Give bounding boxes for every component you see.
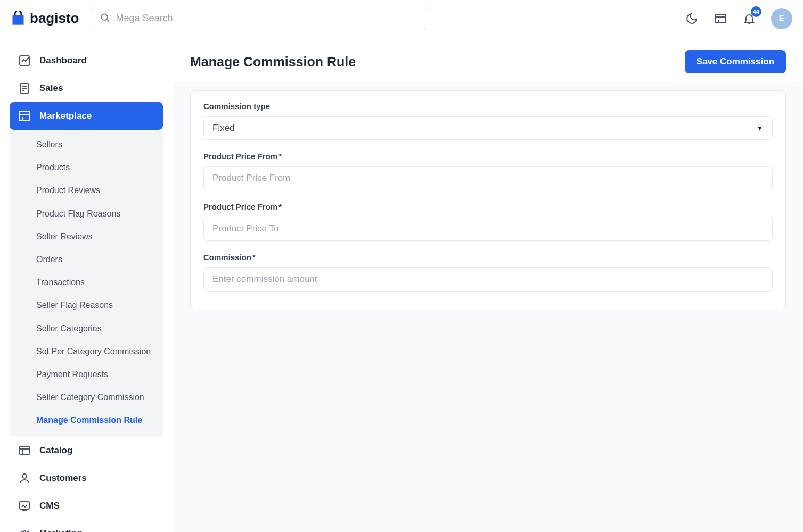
sidebar-sub-seller-flag[interactable]: Seller Flag Reasons bbox=[10, 294, 163, 317]
sidebar-item-cms[interactable]: CMS bbox=[10, 492, 163, 520]
marketplace-icon bbox=[18, 110, 31, 122]
bell-icon[interactable]: 44 bbox=[742, 12, 756, 26]
dark-mode-icon[interactable] bbox=[685, 12, 699, 26]
dashboard-icon bbox=[18, 54, 31, 67]
brand-logo[interactable]: bagisto bbox=[11, 10, 79, 27]
sidebar-item-label: Dashboard bbox=[39, 55, 87, 66]
avatar-initial: E bbox=[779, 14, 785, 23]
commission-type-select[interactable]: Fixed bbox=[203, 116, 773, 140]
catalog-icon bbox=[18, 444, 31, 457]
sidebar-item-label: Marketing bbox=[39, 528, 82, 532]
sidebar-sub-seller-reviews[interactable]: Seller Reviews bbox=[10, 225, 163, 248]
svg-point-17 bbox=[22, 474, 27, 478]
price-from-label: Product Price From* bbox=[203, 152, 773, 161]
svg-line-2 bbox=[107, 19, 109, 21]
sidebar-sub-seller-category-commission[interactable]: Seller Category Commission bbox=[10, 386, 163, 409]
cms-icon bbox=[18, 500, 31, 512]
customers-icon bbox=[18, 472, 31, 485]
field-price-to: Product Price From* bbox=[203, 202, 773, 241]
svg-rect-0 bbox=[13, 15, 24, 25]
price-to-input[interactable] bbox=[203, 217, 773, 241]
sidebar-sub-product-reviews[interactable]: Product Reviews bbox=[10, 179, 163, 202]
avatar[interactable]: E bbox=[771, 8, 792, 29]
sidebar-item-marketing[interactable]: Marketing bbox=[10, 520, 163, 532]
header-actions: 44 E bbox=[685, 8, 792, 29]
sidebar-item-dashboard[interactable]: Dashboard bbox=[10, 47, 163, 74]
field-price-from: Product Price From* bbox=[203, 152, 773, 190]
search-icon bbox=[100, 12, 110, 25]
form-card: Commission type Fixed Product Price From… bbox=[190, 90, 786, 309]
commission-label: Commission* bbox=[203, 253, 773, 262]
save-commission-button[interactable]: Save Commission bbox=[685, 50, 786, 73]
sidebar-item-label: Catalog bbox=[39, 445, 72, 456]
svg-rect-14 bbox=[20, 446, 29, 455]
bag-icon bbox=[11, 11, 26, 26]
sidebar-item-marketplace[interactable]: Marketplace bbox=[10, 102, 163, 130]
marketplace-submenu: Sellers Products Product Reviews Product… bbox=[10, 130, 163, 437]
svg-rect-18 bbox=[20, 502, 29, 509]
price-from-input[interactable] bbox=[203, 166, 773, 190]
header: bagisto bbox=[0, 0, 803, 37]
svg-rect-4 bbox=[716, 17, 725, 23]
svg-point-1 bbox=[102, 14, 108, 20]
sidebar-item-catalog[interactable]: Catalog bbox=[10, 437, 163, 464]
commission-input[interactable] bbox=[203, 267, 773, 292]
search-container bbox=[92, 7, 427, 30]
sidebar-item-label: Sales bbox=[39, 83, 63, 94]
sidebar-sub-payment-requests[interactable]: Payment Requests bbox=[10, 363, 163, 386]
sidebar-sub-product-flag[interactable]: Product Flag Reasons bbox=[10, 202, 163, 225]
search-box[interactable] bbox=[92, 7, 427, 30]
sidebar-sub-transactions[interactable]: Transactions bbox=[10, 271, 163, 294]
commission-type-label: Commission type bbox=[203, 102, 773, 111]
sidebar-item-label: Marketplace bbox=[39, 111, 92, 121]
main-content: Manage Commission Rule Save Commission C… bbox=[173, 37, 803, 532]
svg-rect-12 bbox=[20, 114, 29, 120]
sidebar-sub-seller-categories[interactable]: Seller Categories bbox=[10, 317, 163, 340]
sidebar-item-sales[interactable]: Sales bbox=[10, 74, 163, 102]
sidebar: Dashboard Sales Marketpla bbox=[0, 37, 173, 532]
store-icon[interactable] bbox=[714, 12, 727, 26]
sales-icon bbox=[18, 82, 31, 95]
sidebar-item-label: Customers bbox=[39, 473, 87, 484]
marketing-icon bbox=[18, 527, 31, 532]
page-header: Manage Commission Rule Save Commission bbox=[173, 37, 803, 82]
notification-badge: 44 bbox=[751, 6, 761, 17]
field-commission-type: Commission type Fixed bbox=[203, 102, 773, 140]
price-to-label: Product Price From* bbox=[203, 202, 773, 211]
search-input[interactable] bbox=[116, 13, 419, 24]
sidebar-sub-manage-commission-rule[interactable]: Manage Commission Rule bbox=[10, 409, 163, 431]
sidebar-item-customers[interactable]: Customers bbox=[10, 464, 163, 492]
sidebar-sub-products[interactable]: Products bbox=[10, 156, 163, 179]
sidebar-sub-per-category-commission[interactable]: Set Per Category Commission bbox=[10, 340, 163, 363]
sidebar-sub-sellers[interactable]: Sellers bbox=[10, 133, 163, 156]
field-commission: Commission* bbox=[203, 253, 773, 292]
sidebar-item-label: CMS bbox=[39, 501, 60, 511]
brand-name: bagisto bbox=[30, 10, 79, 27]
sidebar-sub-orders[interactable]: Orders bbox=[10, 248, 163, 271]
page-title: Manage Commission Rule bbox=[190, 54, 356, 70]
